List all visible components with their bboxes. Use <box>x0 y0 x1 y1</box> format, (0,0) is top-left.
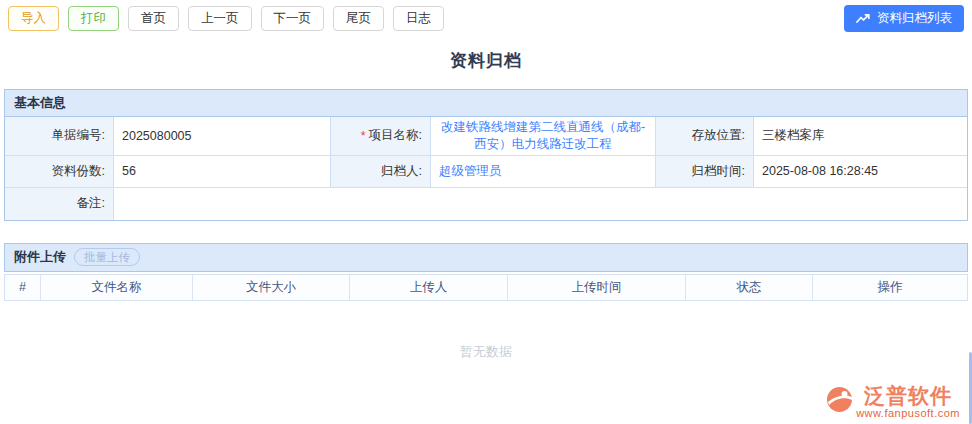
fanpu-logo-icon <box>826 386 853 413</box>
archiver-value[interactable]: 超级管理员 <box>431 156 656 188</box>
trending-up-icon <box>856 13 871 24</box>
toolbar: 导入 打印 首页 上一页 下一页 尾页 日志 资料归档列表 <box>0 0 972 36</box>
attachments-panel: 附件上传 批量上传 <box>4 243 968 272</box>
last-page-button[interactable]: 尾页 <box>333 6 384 31</box>
prev-page-button[interactable]: 上一页 <box>188 6 252 31</box>
attachments-header: 附件上传 批量上传 <box>5 244 967 271</box>
basic-info-header: 基本信息 <box>5 90 967 117</box>
first-page-button[interactable]: 首页 <box>128 6 179 31</box>
attachments-table-header: # 文件名称 文件大小 上传人 上传时间 状态 操作 <box>4 274 968 301</box>
archive-time-value: 2025-08-08 16:28:45 <box>754 156 967 188</box>
project-name-value[interactable]: 改建铁路线增建第二线直通线（成都-西安）电力线路迁改工程 <box>431 117 656 156</box>
copies-label: 资料份数: <box>5 156 114 188</box>
vendor-brand-name: 泛普软件 <box>864 384 952 407</box>
project-name-label: * 项目名称: <box>331 117 431 156</box>
basic-info-panel: 基本信息 单据编号: 2025080005 * 项目名称: 改建铁路线增建第二线… <box>4 89 968 221</box>
col-file-size: 文件大小 <box>193 275 350 300</box>
copies-value: 56 <box>114 156 331 188</box>
doc-no-value: 2025080005 <box>114 117 331 156</box>
doc-no-label: 单据编号: <box>5 117 114 156</box>
page-title: 资料归档 <box>0 49 972 72</box>
archiver-label: 归档人: <box>331 156 431 188</box>
archive-time-label: 归档时间: <box>656 156 754 188</box>
attachments-title: 附件上传 <box>14 248 66 266</box>
col-upload-time: 上传时间 <box>508 275 686 300</box>
remark-label: 备注: <box>5 188 114 220</box>
col-index: # <box>5 275 41 300</box>
basic-info-grid: 单据编号: 2025080005 * 项目名称: 改建铁路线增建第二线直通线（成… <box>5 117 967 220</box>
col-status: 状态 <box>686 275 813 300</box>
import-button[interactable]: 导入 <box>8 6 59 31</box>
log-button[interactable]: 日志 <box>393 6 444 31</box>
remark-value <box>114 188 967 220</box>
col-file-name: 文件名称 <box>41 275 193 300</box>
vendor-logo: 泛普软件 www.fanpusoft.com <box>826 384 960 419</box>
required-asterisk: * <box>361 129 366 143</box>
basic-info-title: 基本信息 <box>14 94 66 112</box>
archive-list-button-label: 资料归档列表 <box>877 10 952 27</box>
location-value: 三楼档案库 <box>754 117 967 156</box>
vendor-url: www.fanpusoft.com <box>856 407 960 419</box>
archive-list-button[interactable]: 资料归档列表 <box>844 5 964 32</box>
location-label: 存放位置: <box>656 117 754 156</box>
batch-upload-button[interactable]: 批量上传 <box>74 248 140 266</box>
next-page-button[interactable]: 下一页 <box>261 6 325 31</box>
empty-data-text: 暂无数据 <box>0 343 972 361</box>
print-button[interactable]: 打印 <box>68 6 119 31</box>
col-uploader: 上传人 <box>350 275 508 300</box>
col-actions: 操作 <box>813 275 967 300</box>
